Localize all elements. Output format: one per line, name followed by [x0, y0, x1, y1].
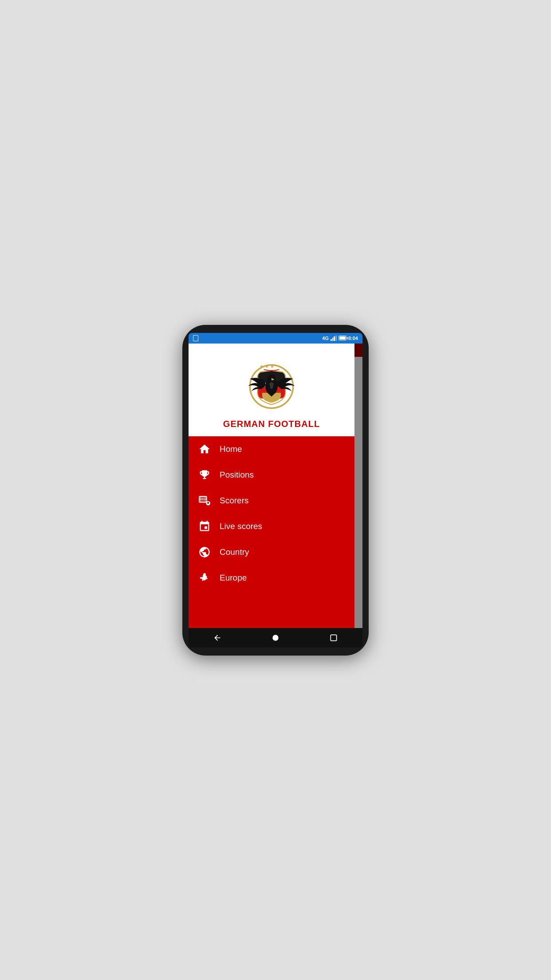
phone-screen: 4G 8:04: [189, 333, 362, 648]
home-button[interactable]: [264, 628, 287, 648]
scrollbar-track[interactable]: [354, 344, 362, 628]
svg-rect-12: [331, 635, 336, 640]
scorers-label: Scorers: [220, 496, 248, 506]
menu-item-live-scores[interactable]: Live scores: [189, 514, 354, 539]
content-area: ★ ★ ★ GERMAN FOOTBALL: [189, 344, 362, 628]
live-scores-label: Live scores: [220, 522, 262, 531]
status-bar-left: [193, 335, 198, 341]
signal-icon: [331, 336, 337, 341]
status-bar: 4G 8:04: [189, 333, 362, 344]
signal-bar-1: [331, 339, 332, 341]
back-icon: [213, 633, 222, 642]
battery-icon: [338, 336, 346, 340]
sim-icon: [193, 335, 198, 341]
menu-item-scorers[interactable]: Scorers: [189, 488, 354, 514]
menu-item-home[interactable]: Home: [189, 436, 354, 462]
back-button[interactable]: [206, 628, 228, 648]
trophy-icon: [197, 468, 212, 482]
signal-bar-4: [335, 336, 337, 341]
positions-label: Positions: [220, 470, 254, 480]
country-label: Country: [220, 547, 249, 557]
europe-label: Europe: [220, 573, 247, 583]
time-label: 8:04: [348, 336, 358, 341]
bottom-nav: [189, 628, 362, 648]
home-nav-icon: [271, 633, 280, 642]
signal-label: 4G: [322, 336, 329, 341]
calendar-icon: [197, 519, 212, 533]
svg-text:★ ★ ★: ★ ★ ★: [260, 364, 274, 369]
status-bar-right: 4G 8:04: [322, 336, 358, 341]
main-panel: ★ ★ ★ GERMAN FOOTBALL: [189, 344, 354, 628]
scorers-icon: [197, 494, 212, 508]
battery-fill: [339, 336, 346, 340]
app-logo: ★ ★ ★: [240, 352, 303, 415]
recents-icon: [329, 633, 338, 642]
europe-icon: [197, 571, 212, 585]
phone-device: 4G 8:04: [182, 325, 369, 656]
recents-button[interactable]: [323, 628, 345, 648]
globe-icon: [197, 545, 212, 559]
signal-bar-3: [334, 336, 335, 341]
signal-bar-2: [332, 338, 334, 341]
app-title: GERMAN FOOTBALL: [223, 419, 320, 429]
scrollbar-thumb[interactable]: [354, 344, 362, 357]
menu-section: Home Positions: [189, 436, 354, 628]
menu-item-europe[interactable]: Europe: [189, 565, 354, 591]
menu-item-country[interactable]: Country: [189, 539, 354, 565]
menu-item-positions[interactable]: Positions: [189, 462, 354, 488]
home-icon: [197, 442, 212, 456]
home-label: Home: [220, 444, 242, 454]
logo-svg: ★ ★ ★: [240, 352, 303, 415]
svg-point-11: [272, 635, 278, 640]
logo-section: ★ ★ ★ GERMAN FOOTBALL: [189, 344, 354, 436]
